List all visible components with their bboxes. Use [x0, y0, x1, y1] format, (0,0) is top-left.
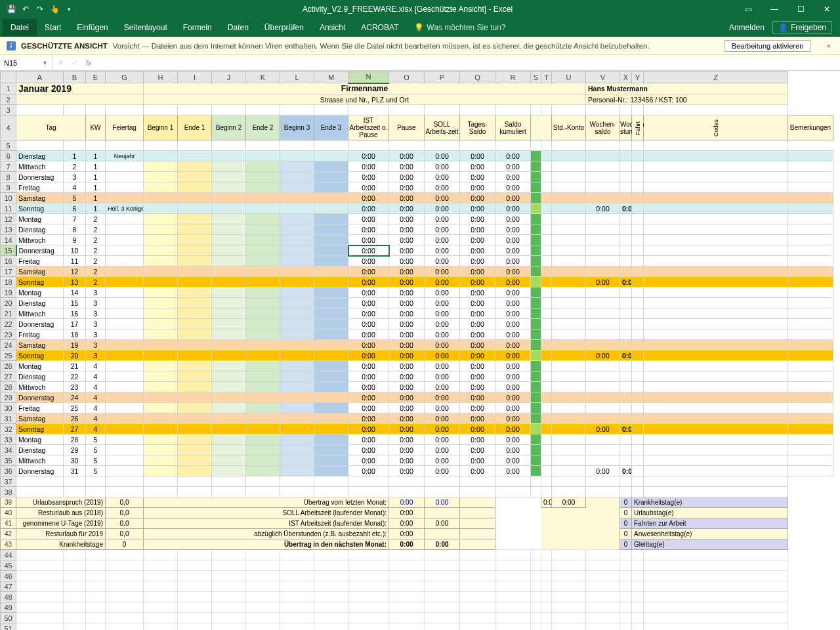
- formula-input[interactable]: [96, 55, 840, 70]
- fx-icon[interactable]: fx: [81, 59, 96, 67]
- row-header-35[interactable]: 35: [1, 455, 16, 466]
- share-icon: 👤: [778, 23, 788, 32]
- ribbon-tab-ansicht[interactable]: Ansicht: [312, 19, 353, 36]
- row-header-10[interactable]: 10: [1, 193, 16, 203]
- ribbon-tab-datei[interactable]: Datei: [3, 19, 37, 36]
- row-header-4[interactable]: 4: [1, 116, 16, 140]
- col-header-O[interactable]: O: [389, 72, 425, 83]
- row-header-28[interactable]: 28: [1, 382, 16, 392]
- row-header-36[interactable]: 36: [1, 466, 16, 476]
- row-header-32[interactable]: 32: [1, 424, 16, 434]
- row-header-15[interactable]: 15: [1, 245, 16, 256]
- undo-icon[interactable]: ↶: [21, 5, 30, 14]
- row-header-25[interactable]: 25: [1, 350, 16, 361]
- col-header-R[interactable]: R: [495, 72, 531, 83]
- ribbon-tab-acrobat[interactable]: ACROBAT: [353, 19, 406, 36]
- qat-customize-icon[interactable]: ▾: [64, 5, 74, 14]
- col-header-E[interactable]: E: [86, 72, 106, 83]
- sign-in-link[interactable]: Anmelden: [729, 23, 765, 32]
- ribbon-tab-einfügen[interactable]: Einfügen: [69, 19, 116, 36]
- ribbon-tab-seitenlayout[interactable]: Seitenlayout: [116, 19, 175, 36]
- minimize-icon[interactable]: —: [761, 0, 788, 18]
- save-icon[interactable]: 💾: [7, 5, 16, 14]
- close-protected-icon[interactable]: ×: [824, 42, 833, 50]
- row-header-37[interactable]: 37: [1, 476, 16, 487]
- row-header-9[interactable]: 9: [1, 182, 16, 193]
- row-header-6[interactable]: 6: [1, 151, 16, 161]
- ribbon-tab-formeln[interactable]: Formeln: [175, 19, 220, 36]
- share-label: Freigeben: [791, 23, 826, 32]
- tell-me[interactable]: 💡 Was möchten Sie tun?: [406, 23, 513, 32]
- row-header-30[interactable]: 30: [1, 403, 16, 413]
- row-header-5[interactable]: 5: [1, 140, 16, 151]
- row-header-12[interactable]: 12: [1, 214, 16, 224]
- formula-bar-row: N15 ▼ ✕ ✓ fx: [0, 55, 840, 71]
- cancel-formula-icon[interactable]: ✕: [52, 58, 67, 67]
- share-button[interactable]: 👤 Freigeben: [772, 21, 832, 34]
- row-header-27[interactable]: 27: [1, 371, 16, 382]
- spreadsheet-grid[interactable]: ABEGHIJKLMNOPQRSTUVXYZ1Januar 2019Firmen…: [0, 71, 840, 630]
- row-header-17[interactable]: 17: [1, 266, 16, 277]
- row-header-14[interactable]: 14: [1, 235, 16, 245]
- col-header-J[interactable]: J: [212, 72, 246, 83]
- protected-view-bar: i GESCHÜTZTE ANSICHT Vorsicht — Dateien …: [0, 37, 840, 55]
- row-header-20[interactable]: 20: [1, 298, 16, 308]
- col-header-Y[interactable]: Y: [632, 72, 644, 83]
- row-header-29[interactable]: 29: [1, 392, 16, 403]
- col-header-I[interactable]: I: [178, 72, 212, 83]
- select-all-corner[interactable]: [1, 72, 16, 83]
- col-header-U[interactable]: U: [552, 72, 586, 83]
- row-header-19[interactable]: 19: [1, 287, 16, 298]
- shield-icon: i: [7, 41, 16, 51]
- close-icon[interactable]: ✕: [814, 0, 840, 18]
- col-header-M[interactable]: M: [314, 72, 348, 83]
- col-header-H[interactable]: H: [144, 72, 178, 83]
- row-header-22[interactable]: 22: [1, 319, 16, 329]
- row-header-11[interactable]: 11: [1, 203, 16, 214]
- bulb-icon: 💡: [414, 23, 424, 32]
- enable-editing-button[interactable]: Bearbeitung aktivieren: [724, 40, 810, 52]
- col-header-B[interactable]: B: [64, 72, 86, 83]
- row-header-31[interactable]: 31: [1, 413, 16, 424]
- row-header-21[interactable]: 21: [1, 308, 16, 319]
- titlebar: 💾 ↶ ↷ 👆 ▾ Activity_V2.9_FREEWARE.xlsx [G…: [0, 0, 840, 18]
- row-header-1[interactable]: 1: [1, 83, 16, 94]
- col-header-Q[interactable]: Q: [460, 72, 495, 83]
- row-header-26[interactable]: 26: [1, 361, 16, 371]
- col-header-T[interactable]: T: [541, 72, 552, 83]
- row-header-24[interactable]: 24: [1, 340, 16, 350]
- col-header-A[interactable]: A: [16, 72, 64, 83]
- ribbon-display-icon[interactable]: ▭: [735, 0, 761, 18]
- maximize-icon[interactable]: ☐: [788, 0, 814, 18]
- ribbon: DateiStartEinfügenSeitenlayoutFormelnDat…: [0, 18, 840, 37]
- row-header-23[interactable]: 23: [1, 329, 16, 340]
- col-header-K[interactable]: K: [246, 72, 280, 83]
- protected-msg: Vorsicht — Dateien aus dem Internet könn…: [113, 42, 650, 50]
- row-header-16[interactable]: 16: [1, 256, 16, 266]
- row-header-7[interactable]: 7: [1, 161, 16, 172]
- redo-icon[interactable]: ↷: [35, 5, 45, 14]
- window-title: Activity_V2.9_FREEWARE.xlsx [Geschützte …: [80, 5, 735, 14]
- name-box[interactable]: N15 ▼: [0, 55, 52, 70]
- touch-mode-icon[interactable]: 👆: [50, 5, 59, 14]
- row-header-33[interactable]: 33: [1, 434, 16, 445]
- row-header-13[interactable]: 13: [1, 224, 16, 235]
- row-header-34[interactable]: 34: [1, 445, 16, 455]
- ribbon-tab-überprüfen[interactable]: Überprüfen: [257, 19, 312, 36]
- chevron-down-icon[interactable]: ▼: [42, 60, 48, 66]
- ribbon-tab-start[interactable]: Start: [37, 19, 69, 36]
- col-header-V[interactable]: V: [586, 72, 620, 83]
- row-header-18[interactable]: 18: [1, 277, 16, 287]
- col-header-N[interactable]: N: [348, 72, 389, 83]
- col-header-X[interactable]: X: [620, 72, 632, 83]
- enter-formula-icon[interactable]: ✓: [67, 58, 81, 67]
- col-header-S[interactable]: S: [531, 72, 541, 83]
- name-box-value: N15: [4, 59, 17, 67]
- col-header-G[interactable]: G: [106, 72, 144, 83]
- row-header-2[interactable]: 2: [1, 94, 16, 105]
- ribbon-tab-daten[interactable]: Daten: [220, 19, 257, 36]
- col-header-Z[interactable]: Z: [644, 72, 788, 83]
- col-header-L[interactable]: L: [280, 72, 314, 83]
- row-header-8[interactable]: 8: [1, 172, 16, 182]
- col-header-P[interactable]: P: [425, 72, 460, 83]
